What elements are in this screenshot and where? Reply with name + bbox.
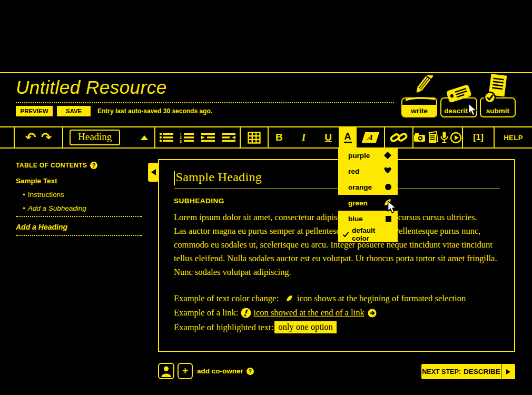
chevron-left-icon bbox=[151, 169, 156, 175]
heading-selector[interactable]: Heading bbox=[63, 127, 155, 147]
title-underline bbox=[16, 102, 394, 103]
editor-canvas[interactable]: Sample Heading SUBHEADING Lorem ipsum do… bbox=[158, 159, 515, 352]
document-subheading[interactable]: SUBHEADING bbox=[174, 197, 501, 205]
preview-button[interactable]: PREVIEW bbox=[16, 106, 53, 116]
toc-item-add-heading[interactable]: Add a Heading bbox=[16, 223, 142, 231]
toc-divider bbox=[16, 216, 142, 217]
next-step-button[interactable]: NEXT STEP: DESCRIBE bbox=[421, 364, 515, 379]
add-co-owner-button[interactable]: + bbox=[178, 363, 193, 379]
square-icon bbox=[386, 216, 391, 222]
color-label: default color bbox=[352, 226, 391, 242]
color-label: purple bbox=[348, 152, 370, 160]
cursor-icon bbox=[387, 201, 397, 214]
toc-item-label: Instructions bbox=[28, 191, 64, 199]
formatting-toolbar: ↶ ↷ Heading 1 2 3 bbox=[0, 126, 532, 149]
toc-item-label: Add a Subheading bbox=[28, 204, 86, 212]
outdent-icon[interactable] bbox=[221, 132, 236, 143]
app-window: Untitled Resource PREVIEW SAVE Entry las… bbox=[0, 0, 532, 395]
owner-avatar[interactable] bbox=[158, 363, 174, 379]
add-co-owner-label: add co-owner bbox=[197, 367, 243, 375]
step-write-label: write bbox=[402, 105, 436, 116]
page-title[interactable]: Untitled Resource bbox=[16, 77, 167, 98]
sidebar-collapse-button[interactable] bbox=[148, 163, 159, 182]
text-caret bbox=[174, 171, 175, 185]
toc-item-instructions[interactable]: •Instructions bbox=[23, 191, 142, 199]
link-button[interactable] bbox=[385, 127, 413, 147]
media-button[interactable] bbox=[413, 127, 463, 147]
pencil-icon bbox=[405, 75, 437, 104]
microphone-icon bbox=[440, 131, 448, 144]
circle-icon bbox=[385, 184, 391, 190]
highlight-button[interactable]: A bbox=[357, 127, 385, 147]
next-step-action: DESCRIBE bbox=[464, 368, 500, 376]
toolbar-history-group: ↶ ↷ bbox=[15, 127, 63, 147]
underline-button[interactable]: U bbox=[324, 132, 332, 143]
text-color-button[interactable]: A bbox=[340, 127, 357, 147]
person-icon bbox=[160, 365, 172, 377]
chevron-right-icon bbox=[506, 369, 510, 374]
next-arrow-section[interactable] bbox=[501, 364, 515, 379]
indent-icon[interactable] bbox=[201, 132, 215, 143]
color-menu-item-red[interactable]: red bbox=[338, 163, 398, 179]
help-button[interactable]: HELP bbox=[495, 127, 532, 147]
arrow-circle-icon bbox=[368, 309, 377, 318]
italic-button[interactable]: I bbox=[302, 132, 306, 143]
color-menu-item-purple[interactable]: purple bbox=[338, 147, 398, 163]
camera-icon bbox=[413, 132, 426, 143]
bold-button[interactable]: B bbox=[275, 132, 283, 143]
paragraph[interactable]: Lorem ipsum dolor sit amet, consectetur … bbox=[174, 211, 501, 224]
example-link-label: Example of a link: bbox=[174, 308, 238, 318]
footnote-label: [1] bbox=[473, 133, 484, 142]
question-icon[interactable]: ? bbox=[247, 368, 254, 375]
color-menu-item-orange[interactable]: orange bbox=[338, 179, 398, 195]
svg-text:1: 1 bbox=[180, 132, 182, 136]
heart-icon bbox=[384, 167, 391, 175]
color-label: red bbox=[348, 167, 359, 175]
paragraph[interactable]: Las auctor magna eu purus semper at pell… bbox=[174, 224, 501, 279]
example-link[interactable]: icon showed at the end of a link bbox=[253, 308, 364, 318]
color-menu-item-default[interactable]: default color bbox=[338, 226, 398, 242]
toc-item-add-subheading[interactable]: •Add a Subheading bbox=[23, 204, 142, 212]
color-label: orange bbox=[348, 183, 372, 191]
cursor-icon bbox=[468, 103, 477, 116]
header-divider bbox=[0, 72, 532, 73]
undo-icon[interactable]: ↶ bbox=[25, 131, 36, 144]
diamond-icon bbox=[384, 152, 391, 159]
numbered-list-icon[interactable]: 1 2 3 bbox=[180, 132, 194, 143]
play-icon bbox=[450, 132, 462, 144]
toc-divider bbox=[16, 235, 142, 236]
link-icon bbox=[389, 131, 408, 144]
leaf-icon bbox=[286, 295, 293, 302]
document-heading[interactable]: Sample Heading bbox=[176, 170, 262, 184]
heading-selector-value: Heading bbox=[70, 130, 120, 145]
footnote-button[interactable]: [1] bbox=[463, 127, 495, 147]
pages-icon bbox=[427, 131, 439, 144]
question-icon[interactable]: ? bbox=[90, 162, 97, 169]
checkmark-icon bbox=[342, 231, 349, 238]
example-highlight-label: Example of highlighted text: bbox=[174, 322, 273, 333]
example-color-text: icon shows at the begining of formated s… bbox=[297, 293, 466, 304]
next-step-prefix: NEXT STEP: bbox=[422, 368, 461, 376]
redo-icon[interactable]: ↷ bbox=[41, 131, 52, 144]
document-check-icon bbox=[482, 74, 510, 103]
bullet-list-icon[interactable] bbox=[159, 132, 174, 143]
plus-icon: + bbox=[182, 365, 188, 377]
text-color-label: A bbox=[344, 132, 352, 143]
save-button[interactable]: SAVE bbox=[57, 106, 91, 116]
table-icon[interactable] bbox=[248, 132, 261, 144]
toolbar-table-cell bbox=[241, 127, 269, 147]
toc-item-sample-text[interactable]: Sample Text bbox=[16, 177, 142, 185]
highlight-label: A bbox=[366, 133, 375, 142]
help-label: HELP bbox=[504, 134, 523, 142]
chevron-up-icon[interactable] bbox=[141, 135, 148, 140]
text-color-menu: purple red orange green blue d bbox=[338, 147, 398, 242]
highlighted-text: only one option bbox=[274, 321, 337, 333]
bullet-icon: • bbox=[23, 204, 25, 212]
color-label: green bbox=[348, 199, 368, 207]
autosave-status: Entry last auto-saved 30 seconds ago. bbox=[97, 107, 212, 115]
svg-text:3: 3 bbox=[180, 140, 182, 143]
table-of-contents: TABLE OF CONTENTS ? Sample Text •Instruc… bbox=[16, 162, 142, 236]
heading-rule bbox=[174, 189, 500, 189]
bullet-icon: • bbox=[23, 191, 25, 199]
highlighter-icon: A bbox=[361, 132, 379, 143]
